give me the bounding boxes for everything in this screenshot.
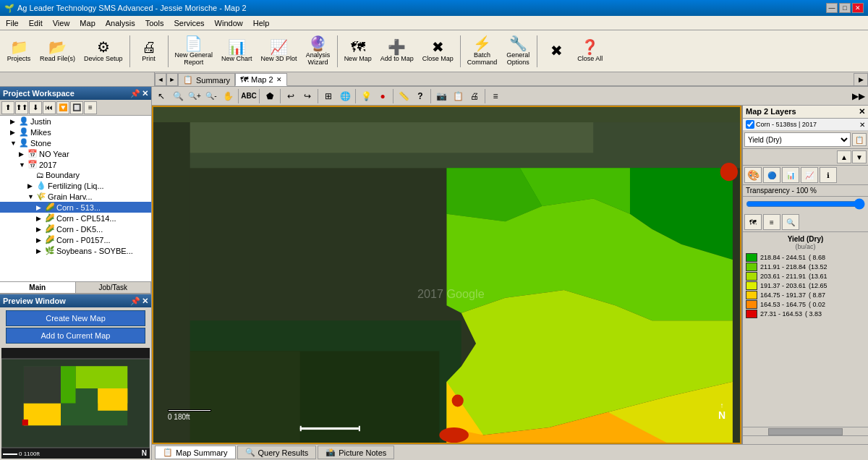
expand-icon[interactable]: ▼ [27,193,35,200]
highlight-tool[interactable]: 💡 [358,88,374,104]
move-down-button[interactable]: ⬇ [29,101,42,114]
menu-window[interactable]: Window [210,17,247,29]
print-tool[interactable]: 🖨 [467,88,482,104]
expand-icon[interactable]: ▶ [36,247,43,255]
camera-tool[interactable]: 📷 [433,88,449,104]
map-canvas[interactable]: 2017 Google 0 180ft ↑ N [152,106,741,444]
select-tool[interactable]: ↖ [153,88,169,104]
menu-view[interactable]: View [48,17,75,29]
picture-notes-tab[interactable]: 📸 Picture Notes [318,446,394,459]
tab-summary[interactable]: 📋 Summary [178,73,235,86]
panel-pin-icon[interactable]: 📌 [130,89,140,98]
new-3d-plot-button[interactable]: 📈 New 3D Plot [258,33,301,70]
minimize-button[interactable]: — [826,3,838,13]
new-chart-button[interactable]: 📊 New Chart [218,33,256,70]
tab-map2[interactable]: 🗺 Map 2 ✕ [235,73,287,86]
circle-tool[interactable]: ● [375,88,391,104]
expand-icon[interactable]: ▶ [10,129,17,136]
tree-item-2017[interactable]: ▼ 📅 2017 [0,159,151,170]
tree-item-corn-513[interactable]: ▶ 🌽 Corn - 513... [0,202,151,213]
new-general-report-button[interactable]: 📄 New GeneralReport [171,33,217,70]
expand-icon[interactable]: ▶ [36,226,43,233]
new-map-button[interactable]: 🗺 New Map [341,33,375,70]
tab-nav-next[interactable]: ► [166,73,178,86]
expand-icon[interactable]: ▼ [10,140,17,147]
expand-icon[interactable]: ▶ [10,118,17,125]
layers-tool[interactable]: ≡ [488,88,503,104]
move-first-button[interactable]: ⏮ [43,101,56,114]
move-up-button[interactable]: ⬆ [1,101,14,114]
layer-checkbox[interactable] [746,120,754,129]
tree-item-corn-dk5[interactable]: ▶ 🌽 Corn - DK5... [0,223,151,234]
tree-item-corn-cpl514[interactable]: ▶ 🌽 Corn - CPL514... [0,213,151,223]
add-current-map-button[interactable]: Add to Current Map [6,328,145,344]
tree-item-justin[interactable]: ▶ 👤 Justin [0,116,151,127]
dropdown-extra-btn[interactable]: 📋 [852,133,867,146]
chart-btn[interactable]: 📈 [801,167,818,183]
pan-tool[interactable]: ✋ [220,88,236,104]
panel-close-icon[interactable]: ✕ [142,89,148,98]
tree-item-soybeans[interactable]: ▶ 🌿 Soybeans - SOYBE... [0,245,151,256]
layer-close-icon[interactable]: ✕ [859,121,865,129]
panel-tab-main[interactable]: Main [0,282,76,293]
tree-item-boundary[interactable]: 🗂 Boundary [0,170,151,180]
right-h-scrollbar[interactable] [743,427,868,435]
list-view-btn[interactable]: ≡ [763,214,780,230]
search-btn[interactable]: 🔍 [782,214,799,230]
menu-tools[interactable]: Tools [141,17,169,29]
analysis-wizard-button[interactable]: 🔮 AnalysisWizard [302,33,334,70]
zoom-out-tool[interactable]: 🔍- [203,88,219,104]
move-top-button[interactable]: ⬆⬆ [15,101,28,114]
print-button[interactable]: 🖨 Print [133,33,165,70]
grid-tool[interactable]: ⊞ [320,88,336,104]
shape-tool[interactable]: ⬟ [262,88,278,104]
add-to-map-button[interactable]: ➕ Add to Map [377,33,417,70]
menu-help[interactable]: Help [249,17,274,29]
color-btn[interactable]: 🔵 [763,167,780,183]
transparency-slider[interactable] [746,198,865,210]
tab-nav-prev[interactable]: ◄ [155,73,166,86]
expand-icon[interactable]: ▶ [36,237,43,244]
expand-icon[interactable]: ▶ [36,204,43,211]
tree-item-stone[interactable]: ▼ 👤 Stone [0,137,151,148]
menu-services[interactable]: Services [169,17,208,29]
query-results-tab[interactable]: 🔍 Query Results [237,446,317,459]
maximize-button[interactable]: □ [839,3,851,13]
undo-tool[interactable]: ↩ [283,88,299,104]
general-options-button[interactable]: 🔧 GeneralOptions [502,33,534,70]
yield-type-dropdown[interactable]: Yield (Dry) [744,132,851,147]
close-all-button[interactable]: ✖ [540,33,572,70]
tab-right-arrow[interactable]: ▶ [854,73,868,86]
menu-analysis[interactable]: Analysis [101,17,140,29]
layers-close-icon[interactable]: ✕ [859,107,865,116]
list-button[interactable]: ≡ [84,101,97,114]
layer-up-btn[interactable]: ▲ [837,150,851,163]
right-scrollbar-bottom[interactable] [743,435,868,444]
preview-pin-icon[interactable]: 📌 [130,297,140,306]
map-view-btn[interactable]: 🗺 [744,214,762,230]
close-button[interactable]: ✕ [852,3,864,13]
help-topics-button[interactable]: ❓ Close All [574,33,606,70]
palette-btn[interactable]: 🎨 [744,167,762,183]
globe-tool[interactable]: 🌐 [337,88,353,104]
tree-item-mikes[interactable]: ▶ 👤 Mikes [0,127,151,137]
layer-down-btn[interactable]: ▼ [852,150,867,163]
menu-map[interactable]: Map [75,17,99,29]
map2-tab-close[interactable]: ✕ [276,76,282,83]
expand-tool[interactable]: ▶▶ [851,88,867,104]
create-new-map-button[interactable]: Create New Map [6,310,145,326]
batch-command-button[interactable]: ⚡ BatchCommand [464,33,501,70]
info-btn[interactable]: ℹ [820,167,837,183]
zoom-in-tool[interactable]: 🔍+ [187,88,203,104]
measure-tool[interactable]: 📏 [396,88,412,104]
redo-tool[interactable]: ↪ [299,88,315,104]
expand-icon[interactable]: ▶ [19,150,26,158]
tree-item-no-year[interactable]: ▶ 📅 NO Year [0,148,151,159]
panel-tab-job-task[interactable]: Job/Task [76,282,152,293]
read-files-button[interactable]: 📂 Read File(s) [36,33,79,70]
projects-button[interactable]: 📁 Projects [3,33,35,70]
clipboard-tool[interactable]: 📋 [450,88,466,104]
info-tool[interactable]: ? [412,88,428,104]
filter-button[interactable]: 🔽 [56,101,69,114]
text-tool[interactable]: ABC [241,88,257,104]
